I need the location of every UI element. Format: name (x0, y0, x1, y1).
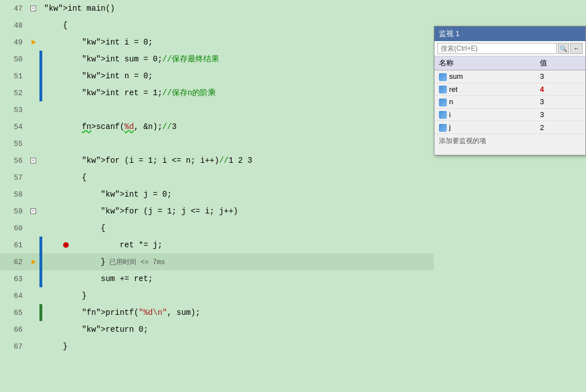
code-text: "kw">int i = 0; (39, 34, 434, 51)
watch-variable-row[interactable]: i3 (434, 108, 585, 121)
code-line: 52 "kw">int ret = 1;//保存n的阶乘 (0, 84, 434, 101)
collapse-icon[interactable]: − (30, 6, 36, 11)
code-line: 64 } (0, 287, 434, 304)
code-line: 58 "kw">int j = 0; (0, 186, 434, 203)
watch-variable-row[interactable]: j2 (434, 121, 585, 134)
collapse-icon[interactable]: − (30, 208, 36, 214)
code-line: 65 "fn">printf("%d\n", sum); (0, 304, 434, 321)
line-number: 66 (0, 326, 28, 334)
watch-var-value: 4 (535, 83, 585, 96)
watch-panel: 监视 1 🔍 ← 名称 值 sum3ret4n3i3j2 添加要监视的项 (434, 26, 586, 155)
line-gutter: − (28, 208, 39, 214)
add-watch-text[interactable]: 添加要监视的项 (434, 134, 585, 148)
debug-arrow-icon: ► (32, 38, 36, 47)
code-text: "kw">int n = 0; (39, 68, 434, 84)
code-text: } (39, 287, 434, 304)
code-line: 48 { (0, 17, 434, 34)
watch-var-name: sum (434, 70, 535, 83)
code-line: 60 { (0, 220, 434, 237)
watch-var-value: 3 (535, 108, 585, 121)
watch-var-value: 3 (535, 70, 585, 83)
code-line: 57 { (0, 169, 434, 186)
code-text: "fn">printf("%d\n", sum); (39, 304, 434, 321)
line-number: 51 (0, 72, 28, 81)
line-number: 53 (0, 106, 28, 114)
blue-highlight-bar (39, 270, 42, 287)
code-line: 62► } 已用时间 <= 7ms (0, 253, 434, 270)
line-number: 63 (0, 275, 28, 283)
watch-var-value: 3 (535, 96, 585, 109)
code-text: ret *= j; (39, 237, 434, 253)
watch-back-button[interactable]: ← (570, 43, 583, 54)
blue-highlight-bar (39, 68, 42, 84)
code-text: { (39, 17, 434, 34)
line-gutter: ► (28, 257, 39, 266)
current-exec-arrow-icon: ► (32, 257, 36, 266)
watch-variable-row[interactable]: n3 (434, 96, 585, 109)
code-line: 59− "kw">for (j = 1; j <= i; j++) (0, 203, 434, 220)
line-number: 67 (0, 342, 28, 351)
line-number: 56 (0, 157, 28, 165)
editor-container: 47−"kw">int main()48 {49► "kw">int i = 0… (0, 0, 586, 392)
line-number: 61 (0, 241, 28, 250)
line-number: 62 (0, 258, 28, 266)
watch-var-value: 2 (535, 121, 585, 134)
code-line: 54 fn>scanf(%d, &n);//3 (0, 118, 434, 135)
code-area: 47−"kw">int main()48 {49► "kw">int i = 0… (0, 0, 434, 392)
variable-icon (439, 73, 447, 81)
line-number: 47 (0, 5, 28, 13)
variable-icon (439, 99, 447, 106)
code-line: 66 "kw">return 0; (0, 321, 434, 338)
line-gutter: − (28, 6, 39, 11)
watch-variable-row[interactable]: ret4 (434, 83, 585, 96)
watch-search-input[interactable] (437, 43, 557, 54)
code-text: "kw">int sum = 0;//保存最终结果 (39, 51, 434, 68)
code-text: "kw">for (i = 1; i <= n; i++)//1 2 3 (39, 152, 434, 169)
breakpoint-indicator[interactable] (63, 242, 69, 248)
line-number: 64 (0, 292, 28, 300)
code-line: 61 ret *= j; (0, 237, 434, 253)
blue-highlight-bar (39, 253, 42, 270)
watch-search-button[interactable]: 🔍 (558, 43, 569, 54)
collapse-icon[interactable]: − (30, 158, 36, 163)
variable-icon (439, 124, 447, 132)
watch-col-value: 值 (535, 56, 585, 70)
code-text: } 已用时间 <= 7ms (39, 253, 434, 271)
code-line: 67 } (0, 338, 434, 355)
code-text: sum += ret; (39, 270, 434, 287)
blue-highlight-bar (39, 84, 42, 101)
line-number: 52 (0, 89, 28, 97)
variable-icon (439, 86, 447, 93)
line-number: 54 (0, 123, 28, 131)
code-line: 47−"kw">int main() (0, 0, 434, 17)
watch-variable-row[interactable]: sum3 (434, 70, 585, 83)
code-text: "kw">int ret = 1;//保存n的阶乘 (39, 84, 434, 101)
watch-col-name: 名称 (434, 56, 535, 70)
code-text: { (39, 220, 434, 237)
line-number: 55 (0, 140, 28, 148)
code-text: "kw">int main() (39, 0, 434, 17)
watch-search-bar[interactable]: 🔍 ← (434, 41, 585, 56)
watch-var-name: i (434, 108, 535, 121)
line-gutter: − (28, 158, 39, 163)
line-number: 48 (0, 21, 28, 30)
code-text: "kw">return 0; (39, 321, 434, 338)
code-line: 50 "kw">int sum = 0;//保存最终结果 (0, 51, 434, 68)
green-highlight-bar (39, 304, 42, 321)
code-line: 63 sum += ret; (0, 270, 434, 287)
line-number: 59 (0, 207, 28, 216)
watch-var-name: n (434, 96, 535, 109)
code-line: 51 "kw">int n = 0; (0, 68, 434, 84)
timing-tooltip: 已用时间 <= 7ms (105, 259, 165, 266)
watch-title-bar: 监视 1 (434, 26, 585, 41)
line-gutter: ► (28, 38, 39, 47)
code-line: 56− "kw">for (i = 1; i <= n; i++)//1 2 3 (0, 152, 434, 169)
blue-highlight-bar (39, 51, 42, 68)
line-number: 58 (0, 190, 28, 199)
variable-icon (439, 111, 447, 119)
code-text: "kw">for (j = 1; j <= i; j++) (39, 203, 434, 220)
code-line: 55 (0, 135, 434, 152)
code-text: "kw">int j = 0; (39, 186, 434, 203)
line-number: 50 (0, 55, 28, 64)
code-text: fn>scanf(%d, &n);//3 (39, 118, 434, 135)
